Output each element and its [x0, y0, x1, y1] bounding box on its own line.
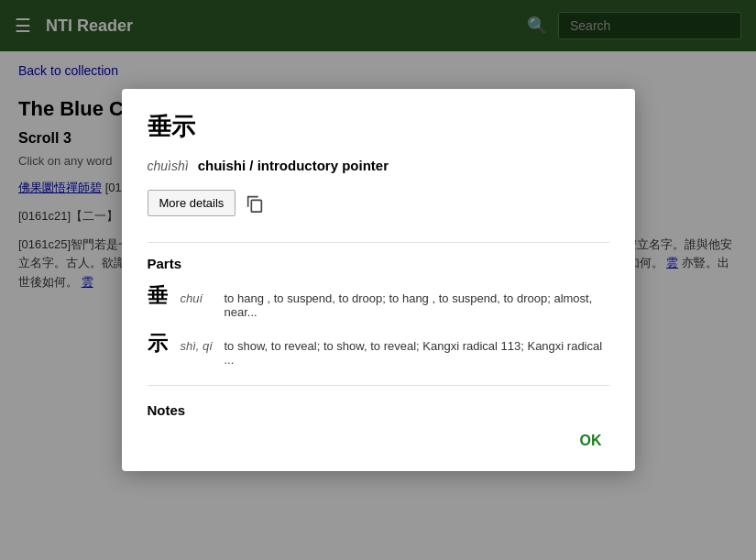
part-romanization-1: chuí [181, 291, 217, 305]
copy-icon[interactable] [245, 193, 265, 214]
modal-part-2: 示 shì, qí to show, to reveal; to show, t… [148, 330, 609, 367]
parts-label: Parts [148, 256, 609, 271]
modal-overlay[interactable]: 垂示 chuìshì chuishi / introductory pointe… [0, 0, 756, 560]
part-def-2: to show, to reveal; to show, to reveal; … [225, 339, 609, 367]
divider-2 [148, 385, 609, 386]
modal-definition: chuishi / introductory pointer [198, 158, 389, 173]
notes-label: Notes [148, 402, 609, 418]
modal-part-1: 垂 chuí to hang , to suspend, to droop; t… [148, 282, 609, 319]
modal-footer: OK [148, 429, 609, 453]
modal-title: 垂示 [148, 111, 609, 143]
part-romanization-2: shì, qí [181, 339, 217, 353]
divider [148, 242, 609, 243]
ok-button[interactable]: OK [573, 429, 609, 453]
more-details-button[interactable]: More details [148, 190, 236, 216]
part-def-1: to hang , to suspend, to droop; to hang … [225, 291, 609, 319]
modal-buttons-row: More details [148, 190, 609, 216]
modal-definition-row: chuìshì chuishi / introductory pointer [148, 158, 609, 173]
svg-rect-0 [252, 200, 262, 212]
word-detail-modal: 垂示 chuìshì chuishi / introductory pointe… [122, 89, 635, 471]
part-char-2: 示 [148, 330, 173, 357]
part-char-1: 垂 [148, 282, 173, 310]
modal-romanization: chuìshì [148, 159, 189, 173]
